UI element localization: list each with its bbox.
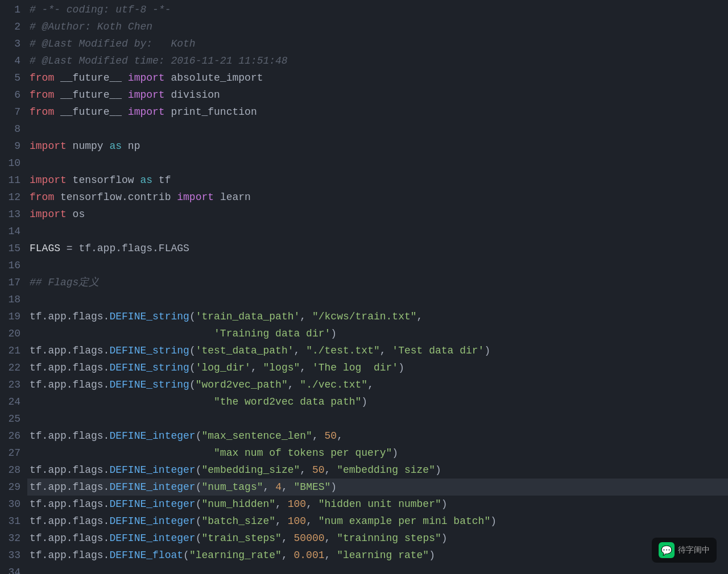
- line-number: 22: [0, 359, 20, 376]
- token-blue: DEFINE_integer: [109, 498, 195, 510]
- token-green: "the word2vec data path": [214, 396, 361, 407]
- token-normal: learn: [214, 192, 251, 203]
- code-line: import os: [27, 206, 728, 223]
- token-normal: [30, 396, 214, 407]
- code-line: import tensorflow as tf: [27, 172, 728, 189]
- token-normal: tf.app.flags.: [30, 379, 109, 390]
- line-number: 33: [0, 547, 20, 564]
- token-blue: DEFINE_string: [109, 362, 189, 373]
- code-line: tf.app.flags.DEFINE_float("learning_rate…: [27, 547, 728, 564]
- token-green: "train_steps": [201, 533, 281, 544]
- code-line: from __future__ import division: [27, 86, 728, 103]
- line-number: 20: [0, 325, 20, 342]
- token-blue: DEFINE_integer: [109, 464, 195, 476]
- code-line: tf.app.flags.DEFINE_integer("max_sentenc…: [27, 427, 728, 444]
- token-green: "./test.txt": [306, 345, 380, 356]
- code-line: [27, 291, 728, 308]
- token-blue: DEFINE_string: [109, 379, 189, 390]
- line-number: 3: [0, 35, 20, 52]
- line-number: 21: [0, 342, 20, 359]
- token-normal: [30, 328, 214, 339]
- token-green: "learning rate": [337, 550, 429, 561]
- token-normal: ,: [325, 533, 337, 544]
- code-line: from tensorflow.contrib import learn: [27, 189, 728, 206]
- token-normal: tf.app.flags.: [30, 362, 109, 373]
- token-green: "embedding_size": [201, 464, 300, 476]
- line-number: 8: [0, 120, 20, 138]
- token-normal: ): [490, 515, 497, 527]
- token-green: 'The log dir': [312, 362, 398, 373]
- token-green: "./vec.txt": [300, 379, 367, 390]
- token-normal: ): [429, 550, 435, 561]
- token-normal: ,: [300, 362, 312, 373]
- token-pink: from: [30, 89, 54, 101]
- line-number: 32: [0, 530, 20, 547]
- token-normal: ,: [251, 362, 263, 373]
- token-normal: tf.app.flags.: [30, 498, 109, 510]
- line-number: 26: [0, 427, 20, 444]
- token-blue: DEFINE_integer: [109, 533, 195, 544]
- token-normal: tf.app.flags.: [30, 550, 109, 561]
- token-purple: import: [128, 89, 165, 101]
- line-number: 18: [0, 291, 20, 308]
- code-line: from __future__ import absolute_import: [27, 69, 728, 86]
- line-numbers: 1234567891011121314151617181920212223242…: [0, 0, 27, 574]
- token-green: "num_hidden": [201, 498, 275, 510]
- token-comment: ## Flags定义: [30, 277, 99, 288]
- code-line: tf.app.flags.DEFINE_string('test_data_pa…: [27, 342, 728, 359]
- token-normal: ): [484, 345, 490, 356]
- code-line: tf.app.flags.DEFINE_string('log_dir', "l…: [27, 359, 728, 376]
- token-purple: import: [128, 106, 165, 118]
- line-number: 13: [0, 206, 20, 223]
- token-normal: ,: [417, 311, 423, 322]
- token-normal: __future__: [54, 106, 128, 118]
- code-line: import numpy as np: [27, 138, 728, 155]
- token-normal: tf.app.flags.: [30, 345, 109, 356]
- watermark-label: 待字闺中: [678, 545, 710, 555]
- code-line: FLAGS = tf.app.flags.FLAGS: [27, 240, 728, 257]
- token-normal: ): [361, 396, 367, 407]
- line-number: 11: [0, 172, 20, 189]
- token-green: "word2vec_path": [196, 379, 288, 390]
- token-normal: ,: [367, 379, 374, 390]
- line-number: 25: [0, 410, 20, 427]
- token-white: FLAGS: [30, 243, 67, 254]
- line-number: 19: [0, 308, 20, 325]
- line-number: 6: [0, 86, 20, 103]
- token-normal: ,: [306, 498, 318, 510]
- code-line: tf.app.flags.DEFINE_integer("num_hidden"…: [27, 496, 728, 513]
- token-normal: [30, 447, 214, 459]
- token-normal: ,: [300, 311, 312, 322]
- token-normal: os: [67, 209, 85, 220]
- token-normal: = tf.app.flags.FLAGS: [67, 243, 189, 254]
- token-pink: from: [30, 72, 54, 84]
- token-normal: ): [330, 481, 337, 493]
- token-normal: ,: [337, 430, 343, 442]
- token-orange: 0.001: [294, 550, 325, 561]
- line-number: 31: [0, 513, 20, 530]
- token-purple: import: [177, 192, 214, 203]
- code-line: # -*- coding: utf-8 -*-: [27, 1, 728, 18]
- token-green: 'train_data_path': [196, 311, 300, 322]
- token-normal: ,: [275, 515, 288, 527]
- token-comment: # @Last Modified by: Koth: [30, 38, 196, 49]
- line-number: 2: [0, 18, 20, 35]
- token-blue: DEFINE_integer: [109, 481, 195, 493]
- code-line: "max num of tokens per query"): [27, 444, 728, 461]
- token-comment: # @Author: Koth Chen: [30, 21, 152, 32]
- token-normal: tf.app.flags.: [30, 481, 109, 493]
- token-normal: __future__: [54, 89, 128, 101]
- token-normal: tf.app.flags.: [30, 533, 109, 544]
- token-normal: ): [330, 328, 337, 339]
- token-normal: (: [189, 362, 196, 373]
- line-number: 17: [0, 274, 20, 291]
- token-green: 'log_dir': [196, 362, 251, 373]
- code-content: # -*- coding: utf-8 -*-# @Author: Koth C…: [27, 0, 728, 574]
- token-normal: ,: [306, 515, 318, 527]
- code-line: 'Training data dir'): [27, 325, 728, 342]
- token-pink: from: [30, 106, 54, 118]
- token-green: "trainning steps": [337, 533, 441, 544]
- token-normal: (: [183, 550, 189, 561]
- line-number: 28: [0, 461, 20, 479]
- token-normal: (: [189, 379, 196, 390]
